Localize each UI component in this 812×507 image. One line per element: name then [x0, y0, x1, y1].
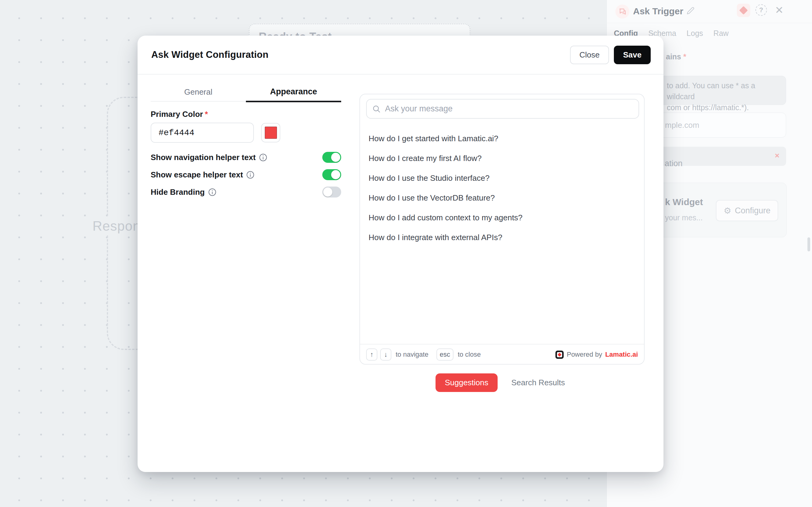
- list-item[interactable]: How do I add custom context to my agents…: [360, 208, 644, 228]
- color-swatch-button[interactable]: [261, 123, 280, 143]
- toggle-hide-branding[interactable]: [322, 186, 341, 198]
- ask-message-input[interactable]: [385, 104, 633, 114]
- info-icon: [246, 171, 254, 179]
- info-icon: [208, 188, 216, 196]
- toggle-knob: [323, 187, 332, 196]
- toggle-row-escape-helper: Show escape helper text: [151, 169, 341, 180]
- save-button[interactable]: Save: [614, 46, 651, 64]
- primary-color-label: Primary Color*: [151, 110, 208, 119]
- ask-widget-configuration-modal: Ask Widget Configuration Close Save Gene…: [137, 36, 663, 472]
- primary-color-label-text: Primary Color: [151, 110, 203, 119]
- toggle-escape-helper[interactable]: [322, 169, 341, 180]
- tab-appearance[interactable]: Appearance: [246, 83, 341, 102]
- app-canvas: Ready to Test Response Ask Trigger ? ✕: [0, 0, 812, 507]
- modal-header: Ask Widget Configuration Close Save: [137, 36, 663, 74]
- ask-message-searchbar[interactable]: [366, 99, 639, 119]
- color-swatch: [265, 127, 277, 139]
- required-asterisk: *: [205, 110, 208, 119]
- suggested-questions-list: How do I get started with Lamatic.ai? Ho…: [360, 129, 644, 247]
- toggle-knob: [331, 170, 340, 179]
- toggle-label: Show escape helper text: [151, 170, 243, 179]
- info-icon: [259, 153, 267, 162]
- toggle-knob: [331, 153, 340, 162]
- lamatic-brand-link[interactable]: Lamatic.ai: [605, 351, 638, 358]
- toggle-label: Hide Branding: [151, 187, 205, 197]
- arrow-up-key: ↑: [366, 348, 378, 360]
- modal-header-actions: Close Save: [570, 46, 651, 64]
- lamatic-logo-diamond: [558, 353, 562, 357]
- list-item[interactable]: How do I use the Studio interface?: [360, 168, 644, 188]
- modal-title: Ask Widget Configuration: [151, 49, 269, 60]
- powered-by-group: Powered by Lamatic.ai: [556, 351, 638, 359]
- search-results-tab-button[interactable]: Search Results: [508, 374, 569, 392]
- toggle-navigation-helper[interactable]: [322, 152, 341, 163]
- lamatic-logo-icon: [556, 351, 564, 359]
- navigate-hint: to navigate: [396, 351, 428, 358]
- modal-tabs: General Appearance: [151, 83, 341, 102]
- arrow-down-key: ↓: [380, 348, 391, 360]
- toggle-label: Show navigation helper text: [151, 153, 256, 162]
- lamatic-logo-inner: [557, 352, 562, 357]
- list-item[interactable]: How do I use the VectorDB feature?: [360, 188, 644, 208]
- close-button[interactable]: Close: [570, 46, 609, 64]
- widget-preview: How do I get started with Lamatic.ai? Ho…: [359, 94, 645, 364]
- close-hint: to close: [458, 351, 481, 358]
- list-item[interactable]: How do I get started with Lamatic.ai?: [360, 129, 644, 149]
- suggestions-tab-button[interactable]: Suggestions: [436, 374, 498, 392]
- toggle-row-navigation-helper: Show navigation helper text: [151, 152, 341, 163]
- search-icon: [372, 105, 381, 113]
- esc-key: esc: [437, 348, 454, 360]
- list-item[interactable]: How do I integrate with external APIs?: [360, 228, 644, 247]
- tab-general[interactable]: General: [151, 83, 246, 101]
- preview-footer: ↑ ↓ to navigate esc to close Powered by …: [360, 344, 644, 364]
- list-item[interactable]: How do I create my first AI flow?: [360, 149, 644, 168]
- toggle-row-hide-branding: Hide Branding: [151, 186, 341, 198]
- primary-color-input[interactable]: [151, 123, 254, 143]
- powered-by-label: Powered by: [567, 351, 602, 358]
